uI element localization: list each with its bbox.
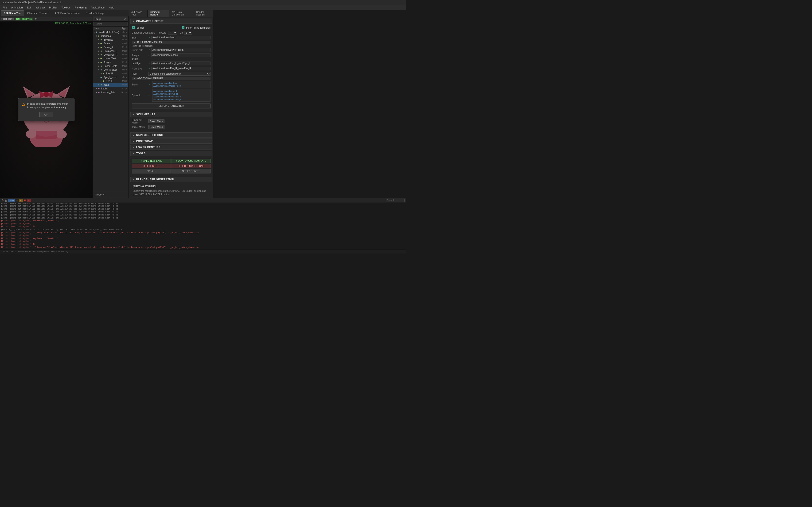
- tab-a2f-data[interactable]: A2F Data Conversion: [52, 10, 83, 16]
- skin-mesh-fitting-arrow: ►: [133, 134, 135, 136]
- tree-type: Mesh: [122, 42, 128, 45]
- skin-row: Skin ✓ /World/mimimao/head: [132, 36, 210, 40]
- set-eye-pivot-button[interactable]: SET EYE PIVOT: [171, 169, 210, 173]
- pivot-select[interactable]: Compute from Selected Mesh Manual: [148, 72, 210, 75]
- skin-meshes-header[interactable]: ► SKIN MESHES: [131, 112, 212, 117]
- console-line: [Error] [omni.ui.python]: [1, 222, 405, 225]
- menu-file[interactable]: File: [1, 5, 9, 10]
- tree-label: World (defaultPrim): [99, 31, 121, 34]
- titlebar: omniverse://localhost/Projects/Audio2Fac…: [0, 0, 406, 5]
- post-wrap-arrow: ►: [133, 140, 135, 142]
- console-line: [Error] [omni.ui.python] At:: [1, 225, 405, 228]
- blendshape-info-box: [GETTING STARTED] Specify the required m…: [132, 184, 210, 198]
- dynamic-paths-box[interactable]: /World/mimimao/Brows_L /World/mimimao/Br…: [152, 89, 210, 102]
- tree-row-eye_l[interactable]: ►◆Eye_LMesh: [93, 79, 128, 83]
- menu-toolbox[interactable]: Toolbox: [60, 5, 72, 10]
- tree-arrow: ►: [98, 58, 100, 60]
- menu-audio2face[interactable]: Audio2Face: [89, 5, 106, 10]
- menu-window[interactable]: Window: [34, 5, 47, 10]
- tree-row-eye_r_pivot[interactable]: ▼◆Eye_R_pivotXform: [93, 68, 128, 72]
- add-male-template-button[interactable]: + MALE TEMPLATE: [132, 159, 171, 163]
- prox-ui-button[interactable]: PROX UI: [132, 169, 171, 173]
- tree-row-brows_l[interactable]: ►◆Brows_LMesh: [93, 42, 128, 45]
- tree-row-brows_r[interactable]: ►◆Brows_RMesh: [93, 45, 128, 49]
- rptab-chartransfer[interactable]: Character Transfer: [148, 10, 169, 17]
- static-paths-box[interactable]: /World/mimimao/Bowknot /World/mimimao/Up…: [152, 81, 210, 88]
- char-setup-section-header[interactable]: ▼ CHARACTER SETUP: [131, 18, 212, 24]
- menu-animation[interactable]: Animation: [9, 5, 25, 10]
- tree-row-upper_teeth[interactable]: ►◆Upper_TeethMesh: [93, 64, 128, 68]
- lower-denture-section-label: LOWER DENTURE: [136, 146, 160, 149]
- tree-row-world[interactable]: ▼◆World (defaultPrim)Xform: [93, 30, 128, 34]
- menu-rendering[interactable]: Rendering: [73, 5, 89, 10]
- driver-select-mesh-button[interactable]: Select Mesh: [148, 119, 164, 123]
- skin-path[interactable]: /World/mimimao/head: [151, 36, 210, 40]
- tree-row-lower_teeth[interactable]: ►◆Lower_TeethMesh: [93, 57, 128, 60]
- tab-char-transfer[interactable]: Character Transfer: [24, 10, 52, 16]
- lower-denture-section-arrow: ►: [133, 146, 135, 148]
- jaw-tongue-template-button[interactable]: + JAW/TONGUE TEMPLATE: [171, 159, 210, 163]
- additional-meshes-arrow: ▼: [133, 77, 136, 80]
- tree-row-tongue[interactable]: ►◆TongueMesh: [93, 60, 128, 64]
- tree-label: Upper_Teeth: [104, 65, 121, 67]
- alert-ok-button[interactable]: OK: [40, 112, 53, 117]
- orient-up-select[interactable]: ZYX: [184, 31, 192, 35]
- tree-label: Eyelashes_L: [104, 50, 121, 52]
- char-setup-body: ✓ Full face ✓ Import Fitting Templates C…: [131, 25, 212, 110]
- menu-edit[interactable]: Edit: [25, 5, 33, 10]
- right-eye-path[interactable]: /World/mimimao/Eye_R_pivot/Eye_R: [151, 67, 210, 70]
- console-search-input[interactable]: [386, 199, 405, 202]
- tree-row-eyelashes_r[interactable]: ►◆Eyelashes_RMesh: [93, 53, 128, 57]
- orient-forward-select[interactable]: -Y+Y-X+X-Z+Z: [168, 31, 177, 35]
- stage-header: Stage ⚙: [93, 16, 128, 21]
- tree-row-eye_r[interactable]: ►◆Eye_RMesh: [93, 72, 128, 75]
- tab-a2f-tool[interactable]: A2F2Face Tool: [1, 10, 24, 16]
- tree-row-looks[interactable]: ►◆LooksScope: [93, 87, 128, 91]
- tree-row-head[interactable]: ►◆headMesh: [93, 83, 128, 87]
- alert-dialog: ⚠ Please select a reference eye mesh to …: [18, 98, 74, 121]
- tab-render[interactable]: Render Settings: [83, 10, 107, 16]
- tree-row-eye_l_pivot[interactable]: ▼◆Eye_L_pivotXform: [93, 75, 128, 79]
- tree-row-eyelashes_l[interactable]: ►◆Eyelashes_LMesh: [93, 49, 128, 53]
- viewport-canvas: FPS: 103.16, Frame time: 9.69 ms: [0, 21, 93, 198]
- setup-character-button[interactable]: SETUP CHARACTER: [132, 104, 210, 108]
- gum-teeth-path[interactable]: /World/mimimao/Lower_Teeth: [151, 48, 210, 52]
- rptab-a2ftool[interactable]: A2F2Face Tool: [129, 10, 148, 17]
- stage-filter-icon[interactable]: ⚙: [123, 17, 126, 20]
- tree-type: Xform: [122, 68, 128, 71]
- rptab-render[interactable]: Render Settings: [194, 10, 213, 17]
- skin-mesh-fitting-header[interactable]: ► SKIN MESH FITTING: [131, 132, 212, 137]
- col-name-header: Name: [94, 27, 115, 30]
- tools-body: + MALE TEMPLATE + JAW/TONGUE TEMPLATE DE…: [131, 157, 212, 175]
- node-icon-mesh: ◆: [103, 72, 106, 75]
- target-select-mesh-button[interactable]: Select Mesh: [148, 125, 164, 129]
- full-face-row: ✓ Full face ✓ Import Fitting Templates: [132, 25, 210, 30]
- lower-denture-section-header[interactable]: ► LOWER DENTURE: [131, 145, 212, 150]
- full-face-checkbox[interactable]: ✓: [132, 26, 135, 29]
- menu-help[interactable]: Help: [107, 5, 116, 10]
- console-clear-icon[interactable]: 🗑: [5, 199, 7, 202]
- left-eye-path[interactable]: /World/mimimao/Eye_L_pivot/Eye_L: [151, 61, 210, 65]
- viewport-stage-row: Perspective RTX - Real-Time 👁 FPS: 103.1…: [0, 16, 129, 198]
- skin-label: Skin: [132, 36, 148, 39]
- menu-profiler[interactable]: Profiler: [47, 5, 59, 10]
- tree-row-transfer_data[interactable]: ►◆transfer_dataScope: [93, 91, 128, 94]
- post-wrap-header[interactable]: ► POST WRAP: [131, 138, 212, 144]
- import-fitting-checkbox[interactable]: ✓: [182, 26, 185, 29]
- orient-forward-label: Forward: [158, 32, 166, 34]
- tree-label: head: [104, 83, 121, 86]
- rptab-a2fdata[interactable]: A2F Data Conversion: [169, 10, 194, 17]
- delete-correspond-button[interactable]: DELETE CORRESPOND: [171, 164, 210, 168]
- tree-row-bowknot[interactable]: ►◆BowknotMesh: [93, 38, 128, 42]
- console-filter-icon[interactable]: ⚙: [1, 199, 4, 202]
- tools-section-header[interactable]: ▼ TOOLS: [131, 151, 212, 156]
- stage-search-bar: [93, 21, 128, 26]
- blendshape-gen-header[interactable]: ▼ BLENDSHAPE GENERATION: [131, 177, 212, 182]
- viewport-toolbar: Perspective RTX - Real-Time 👁: [0, 16, 93, 21]
- tongue-path[interactable]: /World/mimimao/Tongue: [151, 53, 210, 57]
- full-face-label: Full face: [136, 26, 145, 29]
- stage-search-input[interactable]: [94, 22, 127, 26]
- delete-setup-button[interactable]: DELETE SETUP: [132, 164, 171, 168]
- tree-row-mimimao[interactable]: ▼◆mimimaoXform: [93, 34, 128, 38]
- eye-icon[interactable]: 👁: [35, 17, 37, 20]
